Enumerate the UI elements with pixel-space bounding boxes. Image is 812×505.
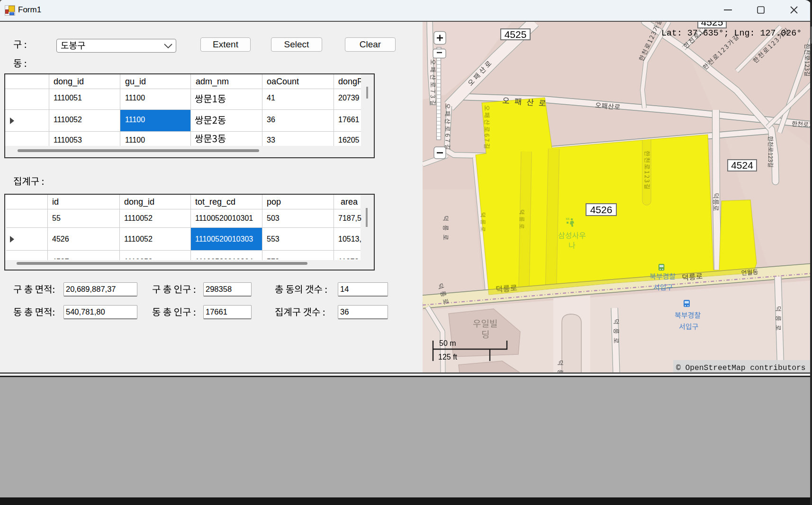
svg-text:4526: 4526 xyxy=(590,204,613,215)
svg-text:© OpenStreetMap contributors: © OpenStreetMap contributors xyxy=(676,363,806,372)
svg-text:4524: 4524 xyxy=(731,160,753,171)
svg-text:Lat: 37.635°; Lng: 127.026°: Lat: 37.635°; Lng: 127.026° xyxy=(661,28,802,38)
svg-text:4525: 4525 xyxy=(505,29,527,40)
svg-text:ss: ss xyxy=(566,216,569,221)
svg-text:4525: 4525 xyxy=(701,22,723,27)
svg-text:50 m: 50 m xyxy=(439,339,456,347)
svg-text:125 ft: 125 ft xyxy=(438,353,458,361)
